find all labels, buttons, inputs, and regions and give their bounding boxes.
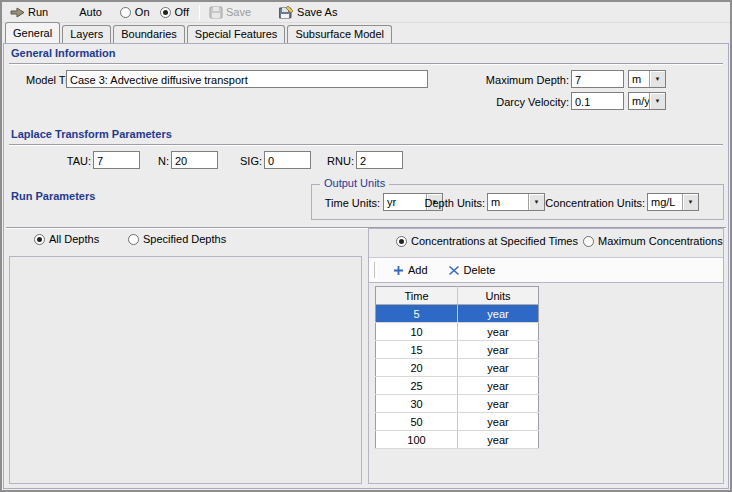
add-button-label: Add — [408, 264, 428, 276]
save-as-button[interactable]: Save As — [276, 3, 340, 21]
auto-on-radio[interactable]: On — [120, 6, 150, 18]
concentrations-panel: Concentrations at Specified Times Maximu… — [368, 228, 724, 484]
save-icon — [209, 6, 223, 19]
time-cell[interactable]: 30 — [376, 395, 458, 413]
table-row[interactable]: 100 year — [376, 431, 539, 449]
radio-circle-icon — [583, 236, 594, 247]
laplace-section-title: Laplace Transform Parameters — [11, 128, 172, 140]
radio-circle-dot-icon — [34, 234, 45, 245]
depth-units-label: Depth Units: — [407, 197, 485, 209]
n-label: N: — [121, 155, 169, 167]
section-divider — [9, 63, 723, 65]
concentration-units-value: mg/L — [648, 194, 682, 210]
concentration-units-select[interactable]: mg/L ▼ — [647, 193, 699, 211]
table-row[interactable]: 15 year — [376, 341, 539, 359]
maximum-depth-input[interactable] — [571, 70, 624, 88]
main-toolbar: Run Auto On Off Save Save As — [2, 2, 730, 23]
time-cell[interactable]: 20 — [376, 359, 458, 377]
depth-units-select[interactable]: m ▼ — [487, 193, 545, 211]
units-cell[interactable]: year — [458, 395, 539, 413]
column-header-time[interactable]: Time — [376, 287, 458, 305]
all-depths-radio[interactable]: All Depths — [34, 233, 99, 245]
add-time-button[interactable]: Add — [387, 260, 434, 280]
times-table-header-row: Time Units — [376, 287, 539, 305]
radio-off-icon — [160, 7, 171, 18]
tab-bar: General Layers Boundaries Special Featur… — [5, 23, 394, 43]
time-cell[interactable]: 25 — [376, 377, 458, 395]
time-cell[interactable]: 100 — [376, 431, 458, 449]
table-row[interactable]: 20 year — [376, 359, 539, 377]
units-cell[interactable]: year — [458, 413, 539, 431]
radio-circle-icon — [128, 234, 139, 245]
auto-label: Auto — [79, 6, 102, 18]
tab-general[interactable]: General — [5, 22, 60, 43]
chevron-down-icon: ▼ — [682, 194, 698, 210]
run-button-label: Run — [28, 6, 48, 18]
units-cell[interactable]: year — [458, 323, 539, 341]
maximum-concentrations-label: Maximum Concentrations — [598, 235, 723, 247]
auto-off-radio[interactable]: Off — [160, 6, 189, 18]
run-icon — [10, 7, 25, 18]
output-units-caption: Output Units — [320, 177, 389, 189]
column-header-units[interactable]: Units — [458, 287, 539, 305]
units-cell[interactable]: year — [458, 341, 539, 359]
darcy-velocity-unit-value: m/year — [629, 93, 649, 109]
plus-icon — [393, 265, 404, 276]
chevron-down-icon: ▼ — [528, 194, 544, 210]
general-tab-page: General Information Model Title: Maximum… — [3, 43, 729, 489]
darcy-velocity-unit-select[interactable]: m/year ▼ — [628, 92, 666, 110]
sig-input[interactable] — [264, 151, 311, 169]
delete-time-button[interactable]: Delete — [442, 260, 502, 280]
tau-label: TAU: — [43, 155, 91, 167]
table-row[interactable]: 30 year — [376, 395, 539, 413]
units-cell[interactable]: year — [458, 359, 539, 377]
concentration-units-label: Concentration Units: — [545, 197, 645, 209]
maximum-depth-unit-value: m — [629, 71, 649, 87]
units-cell[interactable]: year — [458, 305, 539, 323]
specified-depths-label: Specified Depths — [143, 233, 226, 245]
units-cell[interactable]: year — [458, 431, 539, 449]
chevron-down-icon: ▼ — [649, 93, 665, 109]
table-row[interactable]: 50 year — [376, 413, 539, 431]
table-row[interactable]: 5 year — [376, 305, 539, 323]
darcy-velocity-label: Darcy Velocity: — [484, 96, 569, 108]
section-divider — [9, 144, 723, 146]
time-units-label: Time Units: — [318, 197, 380, 209]
chevron-down-icon: ▼ — [649, 71, 665, 87]
tab-boundaries[interactable]: Boundaries — [113, 25, 185, 43]
delete-button-label: Delete — [464, 264, 496, 276]
rnu-input[interactable] — [356, 151, 403, 169]
run-button[interactable]: Run — [7, 3, 51, 21]
concentrations-at-specified-times-radio[interactable]: Concentrations at Specified Times — [396, 235, 578, 247]
run-parameters-title: Run Parameters — [11, 190, 95, 202]
tab-layers[interactable]: Layers — [62, 25, 111, 43]
save-button[interactable]: Save — [206, 3, 254, 21]
all-depths-label: All Depths — [49, 233, 99, 245]
maximum-depth-label: Maximum Depth: — [484, 74, 569, 86]
darcy-velocity-input[interactable] — [571, 92, 624, 110]
time-cell[interactable]: 5 — [376, 305, 458, 323]
depth-units-value: m — [488, 194, 528, 210]
maximum-depth-unit-select[interactable]: m ▼ — [628, 70, 666, 88]
times-table: Time Units 5 year 10 year 15 year 20 y — [375, 286, 539, 449]
time-cell[interactable]: 10 — [376, 323, 458, 341]
tab-special-features[interactable]: Special Features — [187, 25, 286, 43]
table-row[interactable]: 10 year — [376, 323, 539, 341]
save-as-icon — [279, 6, 294, 19]
specified-depths-radio[interactable]: Specified Depths — [128, 233, 226, 245]
tab-subsurface-model[interactable]: Subsurface Model — [287, 25, 392, 43]
model-title-input[interactable] — [66, 70, 428, 88]
toolbar-grip-handle[interactable] — [374, 262, 377, 278]
app-window: Run Auto On Off Save Save As General Lay… — [0, 0, 732, 492]
n-input[interactable] — [171, 151, 218, 169]
table-row[interactable]: 25 year — [376, 377, 539, 395]
radio-on-icon — [120, 7, 131, 18]
time-cell[interactable]: 50 — [376, 413, 458, 431]
cross-icon — [448, 265, 460, 276]
sig-label: SIG: — [214, 155, 262, 167]
time-cell[interactable]: 15 — [376, 341, 458, 359]
auto-off-label: Off — [175, 6, 189, 18]
auto-on-label: On — [135, 6, 150, 18]
units-cell[interactable]: year — [458, 377, 539, 395]
maximum-concentrations-radio[interactable]: Maximum Concentrations — [583, 235, 723, 247]
